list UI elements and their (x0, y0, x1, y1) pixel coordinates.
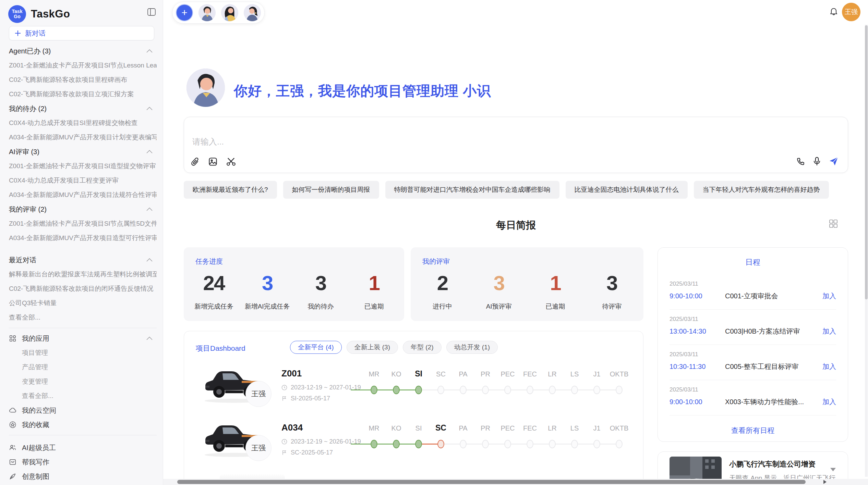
horizontal-scrollbar[interactable] (163, 479, 868, 485)
suggestion-chip[interactable]: 当下年轻人对汽车外观有怎样的喜好趋势 (694, 181, 829, 199)
project-row-a034[interactable]: 王强 A034 2023-12-19 ~ 2026-01-19 SC-2025-… (184, 420, 643, 473)
milestone-dot (504, 440, 511, 448)
task-item[interactable]: A034-全新新能源MUV产品开发项目造型可行性评审 (9, 231, 157, 245)
voice-input-button[interactable] (813, 157, 821, 166)
join-link[interactable]: 加入 (822, 362, 836, 371)
task-item[interactable]: C0X4-动力总成开发项目SI里程碑提交物检查 (9, 116, 157, 130)
milestone-dot (482, 386, 489, 394)
agent-avatar-2[interactable] (221, 4, 238, 21)
section-ai-review[interactable]: AI评审 (3) (9, 145, 157, 159)
sidebar-item-favorites[interactable]: 我的收藏 (9, 418, 157, 432)
task-item[interactable]: C02-飞腾新能源轻客改款项目里程碑画布 (9, 73, 157, 87)
task-item[interactable]: Z001-全新燃油轻卡产品开发项目SI节点属性5D文件评审 (9, 216, 157, 231)
vertical-scrollbar-thumb[interactable] (865, 25, 868, 299)
suggestion-chip[interactable]: 特朗普可能对进口汽车增税会对中国车企造成哪些影响 (385, 181, 559, 199)
tab-new-body[interactable]: 全新上装 (3) (347, 341, 398, 354)
dashboard-title: 项目Dashboard (196, 344, 245, 353)
snippet-button[interactable] (226, 157, 236, 166)
task-item[interactable]: Z001-全新燃油皮卡产品开发项目SI节点Lesson Learn报告 (9, 58, 157, 73)
stat-label: 已逾期 (364, 302, 384, 311)
schedule-event-title: C003|H0B-方案冻结评审 (725, 327, 822, 336)
recent-chat-item[interactable]: C02-飞腾新能源轻客改款项目的闭环通告反馈情况 (9, 282, 157, 296)
suggestion-chip[interactable]: 如何写一份清晰的项目周报 (283, 181, 379, 199)
app-link-project-mgmt[interactable]: 项目管理 (9, 346, 157, 360)
section-agent-done[interactable]: Agent已办 (3) (9, 44, 157, 58)
sidebar-item-creative-drawing[interactable]: 创意制图 (9, 469, 157, 484)
schedule-item[interactable]: 2025/03/11 9:00-10:00 C001-立项审批会 加入 (658, 274, 848, 309)
notifications-button[interactable] (829, 7, 839, 16)
card-title: 任务进度 (195, 257, 223, 266)
suggestion-chip[interactable]: 比亚迪全固态电池计划具体说了什么 (566, 181, 688, 199)
section-recent-chats[interactable]: 最近对话 (9, 253, 157, 267)
schedule-item[interactable]: 2025/03/11 9:00-10:00 X003-车辆动力学性能验... 加… (658, 380, 848, 415)
sidebar-item-help-me-write[interactable]: 帮我写作 (9, 455, 157, 469)
agent-avatar-1[interactable] (198, 4, 216, 21)
users-icon (9, 444, 16, 451)
task-item[interactable]: Z001-全新燃油轻卡产品开发项目SI造型提交物评审 (9, 159, 157, 173)
insert-image-button[interactable] (208, 157, 218, 166)
task-item[interactable]: C0X4-动力总成开发项目工程变更评审 (9, 173, 157, 188)
message-input[interactable] (192, 137, 741, 147)
composer-actions (796, 156, 839, 166)
section-title: 我的待办 (2) (9, 104, 47, 113)
cloud-icon (9, 407, 16, 414)
project-dates: 2023-12-19 ~ 2027-01-19 (281, 384, 361, 391)
scroll-down-arrow[interactable] (830, 468, 836, 471)
section-my-review[interactable]: 我的评审 (2) (9, 202, 157, 216)
scroll-right-arrow[interactable] (823, 480, 827, 484)
attach-file-button[interactable] (191, 157, 200, 166)
vertical-scrollbar[interactable] (865, 25, 868, 477)
cloud-space-label: 我的云空间 (22, 406, 56, 415)
briefing-layout-button[interactable] (829, 219, 838, 228)
new-chat-button[interactable]: 新对话 (9, 26, 154, 40)
sidebar-item-my-apps[interactable]: 我的应用 (9, 331, 157, 346)
chevron-up-icon (146, 49, 153, 53)
sidebar-list: Agent已办 (3) Z001-全新燃油皮卡产品开发项目SI节点Lesson … (9, 44, 157, 484)
greeting-title: 你好，王强，我是你的项目管理助理 小识 (234, 82, 491, 100)
task-item[interactable]: C02-飞腾新能源轻客改款项目立项汇报方案 (9, 87, 157, 101)
tab-new-platform[interactable]: 全新平台 (4) (290, 341, 342, 354)
section-title: 我的评审 (2) (9, 205, 47, 214)
app-title: TaskGo (31, 8, 70, 20)
section-title: 最近对话 (9, 256, 36, 265)
tab-year-model[interactable]: 年型 (2) (403, 341, 442, 354)
project-flag-milestone: SC-2025-05-17 (281, 449, 333, 456)
tab-powertrain[interactable]: 动总开发 (1) (446, 341, 498, 354)
task-item[interactable]: A034-全新新能源MUV产品开发项目计划变更表编写 (9, 130, 157, 145)
schedule-item[interactable]: 2025/03/11 10:30-11:30 C005-整车工程目标评审 加入 (658, 345, 848, 380)
join-link[interactable]: 加入 (822, 327, 836, 336)
view-all-apps-link[interactable]: 查看全部... (9, 389, 157, 403)
add-agent-button[interactable]: + (176, 4, 193, 21)
stat-new-ai-completed: 3 新增AI完成任务 (241, 270, 294, 321)
schedule-item[interactable]: 2025/03/11 13:00-14:30 C003|H0B-方案冻结评审 加… (658, 310, 848, 345)
sidebar-item-ai-super-staff[interactable]: AI超级员工 (9, 440, 157, 455)
recent-chat-item[interactable]: 公司Q3轻卡销量 (9, 296, 157, 310)
sidebar-item-cloud-space[interactable]: 我的云空间 (9, 403, 157, 418)
agent-avatar-3[interactable] (244, 4, 261, 21)
user-avatar[interactable]: 王强 (842, 3, 860, 21)
view-all-schedule-link[interactable]: 查看所有日程 (658, 426, 848, 435)
schedule-time: 9:00-10:00 (670, 292, 725, 300)
ai-super-staff-label: AI超级员工 (22, 443, 56, 452)
star-badge-icon (9, 421, 16, 428)
stat-label: 新增完成任务 (194, 302, 233, 311)
project-row-z001[interactable]: 王强 Z001 2023-12-19 ~ 2027-01-19 SI-2025-… (184, 365, 643, 419)
card-title: 我的评审 (422, 257, 450, 266)
join-link[interactable]: 加入 (822, 397, 836, 407)
app-link-product-mgmt[interactable]: 产品管理 (9, 360, 157, 374)
section-my-todo[interactable]: 我的待办 (2) (9, 101, 157, 116)
suggestion-chip[interactable]: 欧洲新规最近颁布了什么? (184, 181, 277, 199)
milestone-dot (527, 440, 533, 448)
clock-icon (281, 439, 287, 445)
app-link-change-mgmt[interactable]: 变更管理 (9, 374, 157, 389)
sidebar-collapse-button[interactable] (147, 8, 156, 16)
voice-call-button[interactable] (796, 157, 805, 166)
view-all-chats-link[interactable]: 查看全部... (9, 310, 157, 325)
horizontal-scrollbar-thumb[interactable] (177, 480, 806, 484)
send-button[interactable] (829, 156, 839, 166)
milestone-dot-done (415, 440, 422, 448)
milestone-dot (549, 386, 556, 394)
join-link[interactable]: 加入 (822, 291, 836, 301)
recent-chat-item[interactable]: 解释最新出台的欧盟报废车法规再生塑料比例被调至15%... (9, 267, 157, 282)
task-item[interactable]: A034-全新新能源MUV产品开发项目法规符合性评审 (9, 188, 157, 202)
